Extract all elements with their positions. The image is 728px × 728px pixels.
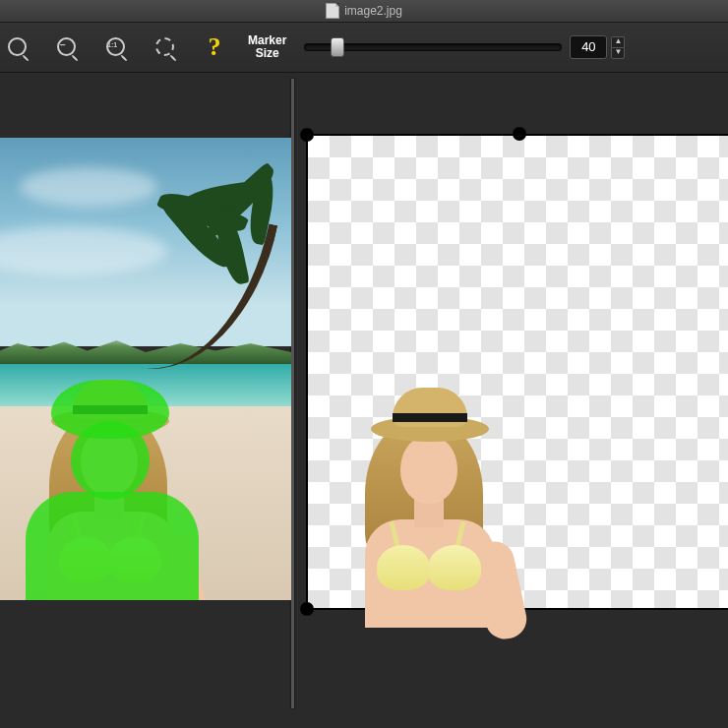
marker-size-step-down[interactable]: ▼	[611, 47, 625, 59]
zoom-actual-button[interactable]: 1:1	[100, 31, 132, 63]
cutout-figure	[312, 352, 534, 608]
help-button[interactable]: ?	[199, 31, 230, 63]
zoom-fit-button[interactable]	[150, 31, 181, 63]
marker-size-slider[interactable]	[304, 43, 562, 51]
help-icon: ?	[209, 32, 221, 62]
result-canvas[interactable]	[306, 134, 728, 610]
magnifier-fit-icon	[155, 37, 175, 57]
subject-figure	[4, 344, 201, 600]
title-bar: image2.jpg	[0, 0, 728, 23]
zoom-in-button[interactable]	[2, 31, 33, 63]
marker-size-label: Marker Size	[248, 34, 286, 60]
marker-size-field[interactable]: 40	[570, 35, 607, 59]
document-icon	[326, 3, 339, 19]
magnifier-minus-icon: −	[57, 37, 77, 57]
crop-handle-bottom-left[interactable]	[300, 602, 314, 616]
magnifier-1to1-icon: 1:1	[106, 37, 126, 57]
crop-handle-top[interactable]	[513, 127, 526, 141]
toolbar: − 1:1 ? Marker Size 40 ▲ ▼	[0, 23, 728, 73]
magnifier-plus-icon	[8, 37, 28, 57]
workspace	[0, 73, 728, 708]
crop-handle-top-left[interactable]	[300, 128, 314, 142]
source-pane	[0, 79, 291, 708]
window-title: image2.jpg	[344, 4, 402, 18]
result-pane	[298, 79, 728, 708]
pane-divider[interactable]	[291, 79, 294, 708]
slider-thumb[interactable]	[331, 37, 344, 57]
marker-size-step-up[interactable]: ▲	[611, 36, 625, 47]
foreground-mask-overlay	[4, 344, 201, 600]
zoom-out-button[interactable]: −	[51, 31, 83, 63]
source-canvas[interactable]	[0, 138, 291, 600]
